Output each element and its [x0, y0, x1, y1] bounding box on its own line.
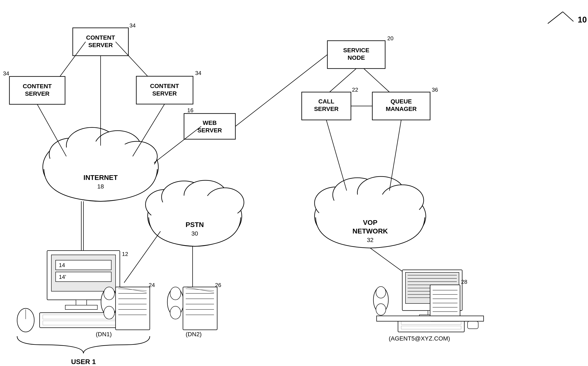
svg-text:SERVER: SERVER: [88, 42, 113, 48]
svg-text:CONTENT: CONTENT: [23, 83, 51, 90]
svg-line-70: [124, 231, 161, 283]
svg-text:34: 34: [195, 70, 201, 76]
svg-point-130: [376, 304, 386, 315]
svg-line-0: [563, 12, 573, 21]
diagram-container: 10 CONTENT SERVER 34 CONTENT SERVER 34 C…: [0, 0, 588, 366]
svg-line-61: [154, 126, 201, 163]
svg-rect-15: [184, 114, 235, 139]
svg-text:SERVER: SERVER: [198, 127, 222, 134]
svg-text:(DN1): (DN1): [96, 331, 112, 337]
svg-text:PSTN: PSTN: [185, 221, 204, 229]
svg-text:CALL: CALL: [318, 98, 334, 105]
svg-rect-79: [65, 305, 97, 309]
svg-point-88: [104, 306, 114, 319]
svg-line-1: [548, 12, 563, 23]
svg-point-87: [104, 287, 114, 300]
svg-text:14: 14: [59, 262, 65, 268]
diagram-svg: 10 CONTENT SERVER 34 CONTENT SERVER 34 C…: [0, 0, 588, 366]
svg-text:22: 22: [352, 86, 358, 93]
svg-text:SERVER: SERVER: [152, 90, 177, 97]
svg-text:WEB: WEB: [203, 120, 217, 126]
svg-rect-127: [468, 321, 478, 329]
svg-text:16: 16: [187, 107, 193, 114]
svg-text:34: 34: [3, 70, 9, 77]
svg-text:CONTENT: CONTENT: [150, 83, 179, 89]
svg-text:NODE: NODE: [348, 54, 365, 61]
svg-text:12: 12: [122, 251, 128, 257]
svg-point-101: [170, 306, 181, 319]
svg-text:USER 1: USER 1: [71, 358, 96, 366]
svg-text:VOP: VOP: [363, 219, 377, 226]
svg-text:34: 34: [129, 22, 136, 29]
svg-text:26: 26: [215, 282, 221, 288]
svg-text:30: 30: [191, 230, 198, 237]
svg-text:24: 24: [149, 282, 155, 288]
svg-text:36: 36: [432, 86, 438, 93]
svg-text:10: 10: [578, 15, 587, 24]
svg-text:32: 32: [367, 237, 373, 243]
svg-text:INTERNET: INTERNET: [83, 174, 118, 181]
svg-text:28: 28: [461, 279, 467, 285]
svg-text:SERVER: SERVER: [25, 90, 50, 97]
svg-text:(DN2): (DN2): [186, 331, 202, 337]
svg-text:NETWORK: NETWORK: [353, 227, 388, 235]
svg-text:QUEUE: QUEUE: [390, 98, 412, 105]
svg-point-129: [376, 287, 386, 298]
svg-text:MANAGER: MANAGER: [386, 106, 417, 112]
svg-line-60: [116, 42, 148, 76]
svg-text:(AGENT5@XYZ.COM): (AGENT5@XYZ.COM): [389, 335, 450, 342]
svg-point-100: [170, 287, 181, 300]
svg-line-64: [364, 69, 390, 92]
svg-text:18: 18: [97, 183, 104, 190]
svg-text:SERVICE: SERVICE: [343, 47, 369, 53]
svg-text:CONTENT: CONTENT: [86, 34, 115, 41]
svg-line-66: [326, 120, 347, 191]
svg-text:SERVER: SERVER: [314, 106, 339, 112]
svg-text:20: 20: [387, 35, 394, 42]
svg-text:14': 14': [59, 274, 66, 280]
svg-rect-138: [377, 316, 484, 321]
